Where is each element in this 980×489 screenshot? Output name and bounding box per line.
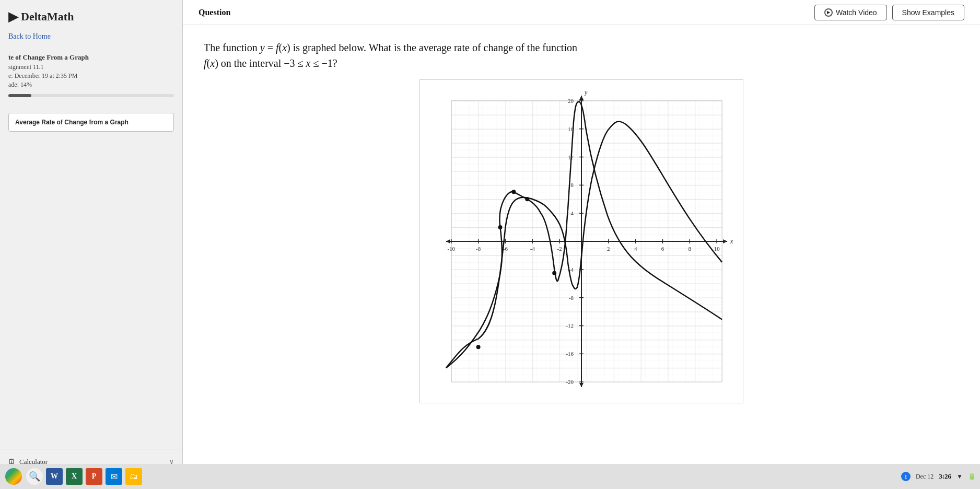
header-buttons: ▶ Watch Video Show Examples [814, 5, 964, 20]
point-1 [498, 225, 503, 229]
assignment-sub: signment 11.1 [8, 63, 174, 71]
assignment-grade: ade: 14% [8, 81, 174, 89]
question-line2: f(x) on the interval −3 ≤ x ≤ −1? [204, 57, 337, 69]
mail-icon[interactable]: ✉ [106, 468, 122, 485]
point-2 [511, 190, 516, 194]
back-to-home-link[interactable]: Back to Home [0, 29, 182, 48]
svg-text:6: 6 [661, 246, 664, 252]
assignment-due: e: December 19 at 2:35 PM [8, 72, 174, 80]
logo: ▶ DeltaMath [0, 0, 182, 29]
svg-text:20: 20 [568, 98, 574, 104]
svg-text:x: x [730, 238, 733, 245]
logo-arrow: ▶ [8, 9, 18, 24]
question-label: Question [199, 8, 230, 17]
taskbar-date: Dec 12 [916, 473, 934, 481]
question-line1: The function y = f(x) is graphed below. … [204, 42, 577, 53]
word-icon[interactable]: W [46, 468, 63, 485]
notification-badge[interactable]: 1 [901, 472, 911, 481]
sidebar: ▶ DeltaMath Back to Home te of Change Fr… [0, 0, 183, 489]
grade-bar-fill [8, 94, 31, 97]
taskbar: 🔍 W X P ✉ 🗂 1 Dec 12 3:26 ▼ 🔋 [0, 464, 980, 489]
watch-video-button[interactable]: ▶ Watch Video [814, 5, 887, 20]
battery-icon: 🔋 [968, 473, 976, 481]
grade-bar-container [8, 94, 174, 97]
svg-text:2: 2 [607, 246, 610, 252]
svg-text:-4: -4 [530, 246, 535, 252]
assignment-type-button[interactable]: Average Rate of Change from a Graph [8, 113, 174, 132]
play-icon: ▶ [824, 8, 833, 17]
wifi-icon: ▼ [956, 473, 963, 481]
svg-text:-16: -16 [566, 351, 574, 357]
assignment-info: te of Change From a Graph signment 11.1 … [0, 48, 182, 91]
svg-marker-6 [446, 239, 450, 243]
svg-text:8: 8 [571, 182, 574, 188]
svg-text:4: 4 [571, 210, 574, 216]
show-examples-button[interactable]: Show Examples [892, 5, 964, 20]
svg-text:-2: -2 [557, 246, 562, 252]
point-5 [476, 345, 481, 349]
powerpoint-icon[interactable]: P [86, 468, 102, 485]
files-icon[interactable]: 🗂 [125, 468, 142, 485]
main-body: The function y = f(x) is graphed below. … [183, 25, 980, 489]
graph-svg: -10 -8 -6 -4 -2 2 4 6 8 10 20 16 12 8 4 … [419, 79, 743, 403]
chrome-icon[interactable] [4, 467, 23, 486]
svg-text:y: y [584, 89, 588, 96]
svg-text:-10: -10 [448, 246, 456, 252]
taskbar-time: 3:26 [939, 472, 951, 481]
svg-marker-7 [579, 96, 584, 100]
svg-text:4: 4 [634, 246, 637, 252]
excel-icon[interactable]: X [66, 468, 83, 485]
search-icon[interactable]: 🔍 [26, 468, 43, 485]
svg-text:-8: -8 [476, 246, 481, 252]
svg-marker-8 [579, 383, 584, 387]
graph-container: -10 -8 -6 -4 -2 2 4 6 8 10 20 16 12 8 4 … [204, 79, 959, 403]
logo-text: DeltaMath [21, 10, 74, 24]
svg-text:-20: -20 [566, 379, 574, 385]
point-4 [552, 271, 556, 275]
svg-marker-5 [723, 239, 727, 243]
svg-text:-8: -8 [569, 295, 574, 301]
svg-text:-12: -12 [566, 322, 574, 329]
svg-text:8: 8 [689, 246, 692, 252]
question-text: The function y = f(x) is graphed below. … [204, 40, 674, 71]
taskbar-right: 1 Dec 12 3:26 ▼ 🔋 [901, 472, 976, 481]
main-header: Question ▶ Watch Video Show Examples [183, 0, 980, 25]
point-3 [525, 197, 529, 201]
main-content: Question ▶ Watch Video Show Examples The… [183, 0, 980, 489]
assignment-title: te of Change From a Graph [8, 53, 174, 62]
svg-text:10: 10 [714, 246, 720, 252]
watch-video-label: Watch Video [836, 8, 877, 17]
